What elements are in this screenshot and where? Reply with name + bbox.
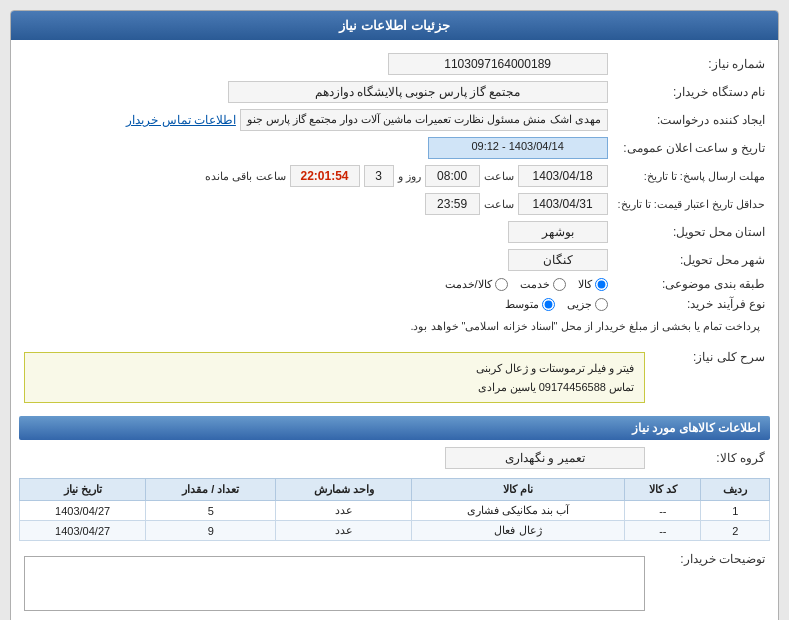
mohlat-label: مهلت ارسال پاسخ: تا تاریخ:	[613, 162, 770, 190]
cell-kod: --	[625, 501, 701, 521]
cell-name: ژعال فعال	[411, 521, 625, 541]
payment-note: پرداخت تمام یا بخشی از مبلغ خریدار از مح…	[24, 317, 765, 336]
name-dastgah-value: مجتمع گاز پارس جنوبی پالایشگاه دوازدهم	[228, 81, 608, 103]
ostan-value: بوشهر	[508, 221, 608, 243]
cell-radif: 2	[701, 521, 770, 541]
page-title: جزئیات اطلاعات نیاز	[339, 18, 449, 33]
mohlat-saat: 08:00	[425, 165, 480, 187]
jadval-label: حداقل تاریخ اعتبار قیمت: تا تاریخ:	[613, 190, 770, 218]
creator-contact-link[interactable]: اطلاعات تماس خریدار	[126, 113, 236, 127]
shimare-row: 1103097164000189	[24, 53, 608, 75]
tozih-box	[24, 556, 645, 611]
tabaqe-both-radio[interactable]	[495, 278, 508, 291]
mohlat-date: 1403/04/18	[518, 165, 608, 187]
countdown-label: ساعت باقی مانده	[205, 170, 285, 183]
items-table: ردیف کد کالا نام کالا واحد شمارش تعداد /…	[19, 478, 770, 541]
tabaqe-khadamat-radio[interactable]	[553, 278, 566, 291]
cell-tedad: 9	[146, 521, 276, 541]
nooe-jozi-option[interactable]: جزیی	[567, 298, 608, 311]
tabaqe-khadamat-option[interactable]: خدمت	[520, 278, 566, 291]
shimare-label: شماره نیاز:	[613, 50, 770, 78]
jadval-row: 1403/04/31 ساعت 23:59	[24, 193, 608, 215]
nooe-motavasset-radio[interactable]	[542, 298, 555, 311]
sarj-koli-value: فیتر و فیلر ترموستات و ژعال کربنی تماس 0…	[24, 352, 645, 403]
tabaqe-kala-option[interactable]: کالا	[578, 278, 608, 291]
cell-vahed: عدد	[276, 521, 411, 541]
creator-row: مهدی اشک منش مسئول نظارت تعمیرات ماشین آ…	[24, 109, 608, 131]
shahr-label: شهر محل تحویل:	[613, 246, 770, 274]
name-dastgah-label: نام دستگاه خریدار:	[613, 78, 770, 106]
jadval-saat-label: ساعت	[484, 198, 514, 211]
cell-name: آب بند مکانیکی فشاری	[411, 501, 625, 521]
etelaat-section-header: اطلاعات کالاهای مورد نیاز	[19, 416, 770, 440]
table-row: 2--ژعال فعالعدد91403/04/27	[20, 521, 770, 541]
nooe-motavasset-option[interactable]: متوسط	[505, 298, 555, 311]
cell-tedad: 5	[146, 501, 276, 521]
page-wrapper: جزئیات اطلاعات نیاز شماره نیاز: 11030971…	[0, 0, 789, 620]
card-body: شماره نیاز: 1103097164000189 نام دستگاه …	[11, 40, 778, 620]
saat-label: ساعت	[484, 170, 514, 183]
tabaqe-kala-radio[interactable]	[595, 278, 608, 291]
mohlat-rooz: 3	[364, 165, 394, 187]
info-table: شماره نیاز: 1103097164000189 نام دستگاه …	[19, 50, 770, 339]
tabaqe-radio-group: کالا خدمت کالا/خدمت	[24, 278, 608, 291]
group-kala-value: تعمیر و نگهداری	[445, 447, 645, 469]
cell-kod: --	[625, 521, 701, 541]
sarj-koli-label: سرح کلی نیاز:	[650, 345, 770, 410]
nooe-jozi-radio[interactable]	[595, 298, 608, 311]
col-name: نام کالا	[411, 479, 625, 501]
main-card: جزئیات اطلاعات نیاز شماره نیاز: 11030971…	[10, 10, 779, 620]
jadval-saat: 23:59	[425, 193, 480, 215]
card-header: جزئیات اطلاعات نیاز	[11, 11, 778, 40]
nooe-label: نوع فرآیند خرید:	[613, 294, 770, 314]
col-tarikh: تاریخ نیاز	[20, 479, 146, 501]
notes-table: توضیحات خریدار:	[19, 547, 770, 620]
nooe-radio-group: جزیی متوسط	[24, 298, 608, 311]
col-kod: کد کالا	[625, 479, 701, 501]
cell-vahed: عدد	[276, 501, 411, 521]
table-row: 1--آب بند مکانیکی فشاریعدد51403/04/27	[20, 501, 770, 521]
col-tedad: تعداد / مقدار	[146, 479, 276, 501]
shahr-value: کنگان	[508, 249, 608, 271]
shimare-value: 1103097164000189	[388, 53, 608, 75]
tabaqe-kala-khadamat-option[interactable]: کالا/خدمت	[445, 278, 508, 291]
cell-tarikh: 1403/04/27	[20, 501, 146, 521]
group-kala-label: گروه کالا:	[650, 444, 770, 472]
creator-label: ایجاد کننده درخواست:	[613, 106, 770, 134]
tozih-label: توضیحات خریدار:	[650, 547, 770, 620]
mohlat-row: 1403/04/18 ساعت 08:00 روز و 3 22:01:54 س…	[24, 165, 608, 187]
group-kala-table: گروه کالا: تعمیر و نگهداری	[19, 444, 770, 472]
rooz-label: روز و	[398, 170, 421, 183]
ostan-label: استان محل تحویل:	[613, 218, 770, 246]
cell-radif: 1	[701, 501, 770, 521]
tarikh-value: 1403/04/14 - 09:12	[428, 137, 608, 159]
cell-tarikh: 1403/04/27	[20, 521, 146, 541]
jadval-date: 1403/04/31	[518, 193, 608, 215]
mohlat-countdown: 22:01:54	[290, 165, 360, 187]
sarj-koli-table: سرح کلی نیاز: فیتر و فیلر ترموستات و ژعا…	[19, 345, 770, 410]
col-vahed: واحد شمارش	[276, 479, 411, 501]
tarikh-label: تاریخ و ساعت اعلان عمومی:	[613, 134, 770, 162]
col-radif: ردیف	[701, 479, 770, 501]
creator-value: مهدی اشک منش مسئول نظارت تعمیرات ماشین آ…	[240, 109, 608, 131]
tabaqe-label: طبقه بندی موضوعی:	[613, 274, 770, 294]
